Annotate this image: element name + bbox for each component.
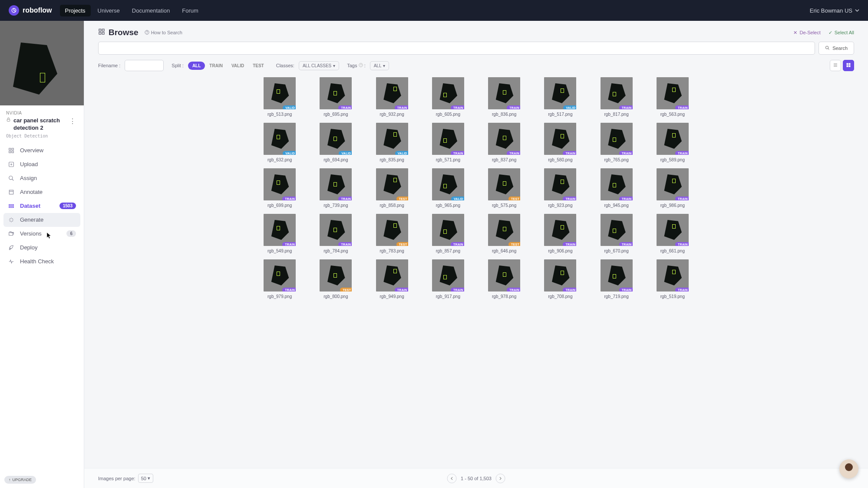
split-pill-all[interactable]: ALL [188, 62, 205, 70]
image-thumbnail[interactable]: VALID [544, 77, 576, 109]
sidebar-item-health-check[interactable]: Health Check [3, 255, 80, 269]
split-pill-test[interactable]: TEST [248, 62, 268, 70]
brand-logo[interactable]: roboflow [9, 5, 52, 16]
image-thumbnail[interactable]: TEST [320, 259, 352, 291]
split-filter-label: Split : [172, 63, 184, 68]
project-preview[interactable] [0, 21, 84, 105]
split-badge: VALID [395, 151, 408, 155]
sidebar-item-assign[interactable]: Assign [3, 171, 80, 185]
tags-chip[interactable]: ALL ▾ [370, 61, 389, 70]
image-thumbnail[interactable]: VALID [264, 123, 296, 155]
image-thumbnail[interactable]: TRAIN [657, 77, 689, 109]
image-filename: rgb_835.png [380, 157, 404, 162]
image-thumbnail[interactable]: TRAIN [320, 168, 352, 200]
search-input[interactable] [98, 42, 815, 55]
grid-view-button[interactable] [843, 60, 854, 71]
split-badge: TRAIN [338, 197, 352, 200]
image-thumbnail[interactable]: TRAIN [488, 77, 520, 109]
image-thumbnail[interactable]: TRAIN [264, 259, 296, 291]
image-thumbnail[interactable]: TRAIN [376, 77, 408, 109]
split-badge: VALID [283, 105, 296, 109]
upgrade-button[interactable]: ↑ UPGRADE [4, 476, 36, 484]
image-thumbnail[interactable]: TRAIN [320, 77, 352, 109]
nav-link-documentation[interactable]: Documentation [127, 5, 175, 16]
image-thumbnail[interactable]: TRAIN [544, 123, 576, 155]
sidebar-item-label: Health Check [20, 258, 54, 265]
image-thumbnail[interactable]: TEST [488, 214, 520, 246]
sidebar-item-dataset[interactable]: Dataset1503 [3, 199, 80, 213]
list-view-button[interactable] [830, 60, 841, 71]
project-more-icon[interactable]: ⋮ [67, 117, 78, 125]
image-thumbnail[interactable]: TRAIN [601, 77, 633, 109]
nav-link-universe[interactable]: Universe [92, 5, 125, 16]
image-thumbnail[interactable]: TRAIN [432, 123, 464, 155]
image-thumbnail[interactable]: TRAIN [264, 168, 296, 200]
image-thumbnail[interactable]: TRAIN [432, 77, 464, 109]
image-thumbnail[interactable]: TRAIN [601, 123, 633, 155]
sidebar-item-versions[interactable]: Versions6 [3, 227, 80, 241]
image-card: TRAINrgb_906.png [535, 214, 585, 253]
image-thumbnail[interactable]: TRAIN [601, 168, 633, 200]
image-thumbnail[interactable]: TRAIN [601, 259, 633, 291]
image-thumbnail[interactable]: TRAIN [657, 123, 689, 155]
split-badge: TRAIN [619, 288, 633, 291]
image-card: TRAINrgb_784.png [311, 214, 361, 253]
image-card: TRAINrgb_817.png [591, 77, 641, 117]
image-thumbnail[interactable]: TRAIN [376, 259, 408, 291]
split-badge: TRAIN [563, 197, 576, 200]
upgrade-label: UPGRADE [13, 478, 32, 482]
top-nav: roboflow ProjectsUniverseDocumentationFo… [0, 0, 868, 21]
sidebar: NVIDIA car panel scratch detection 2 ⋮ O… [0, 21, 84, 488]
classes-chip[interactable]: ALL CLASSES ▾ [299, 61, 339, 70]
prev-page-button[interactable] [447, 474, 456, 483]
sidebar-item-deploy[interactable]: Deploy [3, 241, 80, 255]
sidebar-item-overview[interactable]: Overview [3, 144, 80, 157]
image-filename: rgb_517.png [548, 112, 572, 117]
image-card: TRAINrgb_836.png [479, 77, 529, 117]
image-thumbnail[interactable]: TRAIN [544, 168, 576, 200]
image-thumbnail[interactable]: VALID [432, 168, 464, 200]
sidebar-item-upload[interactable]: Upload [3, 157, 80, 171]
perpage-select[interactable]: 50 ▾ [138, 474, 153, 483]
next-page-button[interactable] [496, 474, 505, 483]
svg-rect-21 [849, 63, 851, 65]
sidebar-item-label: Annotate [20, 189, 43, 195]
image-thumbnail[interactable]: TRAIN [432, 259, 464, 291]
image-thumbnail[interactable]: TRAIN [432, 214, 464, 246]
split-pill-valid[interactable]: VALID [227, 62, 248, 70]
image-thumbnail[interactable]: TRAIN [264, 214, 296, 246]
search-button[interactable]: Search [818, 42, 854, 55]
image-thumbnail[interactable]: VALID [376, 123, 408, 155]
split-badge: TRAIN [563, 151, 576, 155]
sidebar-item-annotate[interactable]: Annotate [3, 185, 80, 199]
image-thumbnail[interactable]: TRAIN [544, 259, 576, 291]
image-thumbnail[interactable]: TRAIN [488, 123, 520, 155]
user-menu[interactable]: Eric Bowman US [810, 7, 859, 14]
image-thumbnail[interactable]: VALID [264, 77, 296, 109]
select-all-button[interactable]: ✓ Select All [828, 30, 854, 36]
split-pill-train[interactable]: TRAIN [205, 62, 227, 70]
sidebar-item-generate[interactable]: Generate [3, 213, 80, 227]
image-thumbnail[interactable]: TRAIN [544, 214, 576, 246]
nav-link-projects[interactable]: Projects [60, 5, 91, 16]
chat-widget[interactable] [839, 459, 858, 478]
image-thumbnail[interactable]: VALID [320, 123, 352, 155]
image-thumbnail[interactable]: TRAIN [657, 259, 689, 291]
image-thumbnail[interactable]: TRAIN [657, 214, 689, 246]
image-thumbnail[interactable]: TEST [376, 168, 408, 200]
image-thumbnail[interactable]: TEST [488, 168, 520, 200]
sidebar-nav: OverviewUploadAssignAnnotateDataset1503G… [0, 141, 84, 472]
image-thumbnail[interactable]: TRAIN [601, 214, 633, 246]
image-card: TRAINrgb_837.png [479, 123, 529, 162]
image-thumbnail[interactable]: TEST [376, 214, 408, 246]
image-thumbnail[interactable]: TRAIN [657, 168, 689, 200]
how-to-search[interactable]: How to Search [145, 30, 182, 36]
nav-link-forum[interactable]: Forum [177, 5, 204, 16]
filename-filter-input[interactable] [125, 60, 164, 71]
image-thumbnail[interactable]: TRAIN [488, 259, 520, 291]
image-filename: rgb_923.png [548, 203, 572, 208]
image-card: VALIDrgb_517.png [535, 77, 585, 117]
image-filename: rgb_571.png [436, 157, 460, 162]
deselect-button[interactable]: ✕ De-Select [793, 30, 820, 36]
image-thumbnail[interactable]: TRAIN [320, 214, 352, 246]
